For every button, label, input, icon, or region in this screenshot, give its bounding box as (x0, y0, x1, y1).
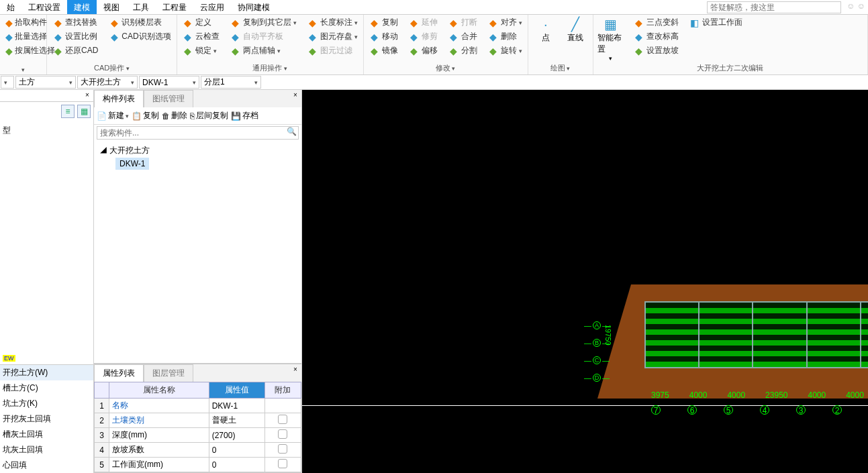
list-view-button[interactable]: ≡ (61, 105, 75, 118)
prop-value-cell[interactable]: 0 (209, 458, 264, 472)
ribbon-button[interactable]: ◆打断 (447, 16, 479, 29)
ribbon-button[interactable]: ◆修剪 (407, 30, 439, 43)
type-list-item[interactable]: 槽灰土回填 (0, 427, 93, 442)
filter-dropdown[interactable]: 分层1 (201, 76, 261, 89)
prop-link[interactable]: 土壤类别 (112, 415, 144, 425)
table-row[interactable]: 1名称DKW-1 (95, 399, 301, 413)
prop-value-cell[interactable]: 普硬土 (209, 413, 264, 428)
toolbar-存档-button[interactable]: 💾存档 (231, 110, 258, 121)
filter-dropdown[interactable]: 大开挖土方 (77, 76, 138, 89)
table-row[interactable]: 3深度(mm)(2700) (95, 428, 301, 443)
ribbon-button[interactable]: ◆对齐 (487, 16, 524, 29)
prop-value-cell[interactable]: DKW-1 (209, 399, 264, 413)
ribbon-button[interactable]: ◆自动平齐板 (229, 30, 298, 43)
menu-tab[interactable]: 云应用 (193, 0, 231, 14)
general-group-label[interactable]: 通用操作 (181, 62, 359, 73)
filter-dropdown[interactable]: 土方 (15, 76, 76, 89)
ribbon-button[interactable]: ◆查找替换 (51, 16, 99, 29)
ribbon-button[interactable]: ◆按属性选择 (4, 44, 42, 57)
menu-tab[interactable]: 工程量 (156, 0, 193, 14)
ribbon-button[interactable]: ◆延伸 (407, 16, 439, 29)
ribbon-button[interactable]: ◆合并 (447, 30, 479, 43)
tab-component-list[interactable]: 构件列表 (94, 90, 144, 107)
menu-tab[interactable]: 建模 (67, 0, 97, 14)
type-list-item[interactable]: 开挖土方(W) (0, 365, 93, 380)
type-list-item[interactable]: 心回填 (0, 458, 93, 473)
menu-tab[interactable]: 工程设置 (21, 0, 67, 14)
component-search-input[interactable] (97, 127, 285, 139)
ribbon-button[interactable]: ◆识别楼层表 (107, 16, 172, 29)
ribbon-button[interactable]: ◆定义 (181, 16, 221, 29)
table-row[interactable]: 2土壤类别普硬土 (95, 413, 301, 428)
ribbon-button[interactable]: ◆锁定 (181, 44, 221, 57)
ribbon-button[interactable]: ◆图元过滤 (306, 44, 359, 57)
ribbon-button[interactable]: ◆设置比例 (51, 30, 99, 43)
tab-drawing-mgmt[interactable]: 图纸管理 (144, 90, 193, 107)
type-list-item[interactable]: 坑灰土回填 (0, 442, 93, 458)
filter-dropdown[interactable] (1, 76, 14, 89)
ribbon-button[interactable]: ◆镜像 (368, 44, 399, 57)
checkbox[interactable] (278, 415, 287, 424)
ribbon-button[interactable]: ◆复制到其它层 (229, 16, 298, 29)
close-icon[interactable]: × (291, 91, 300, 101)
ribbon-button[interactable]: ◆移动 (368, 30, 399, 43)
model-canvas[interactable]: ✕ 39754000400023950400040003975 19750 19… (302, 90, 868, 473)
ribbon-button[interactable]: ◆查改标高 (632, 30, 680, 43)
toolbar-复制-button[interactable]: 📋复制 (132, 110, 159, 121)
smart-layout-button[interactable]: ▦ 智能布置 ▾ (597, 16, 624, 62)
menu-tab[interactable]: 始 (0, 0, 21, 14)
user-icons[interactable]: ☺ ☺ (847, 1, 865, 11)
menu-tab[interactable]: 协同建模 (231, 0, 277, 14)
ribbon-button[interactable]: ◆偏移 (407, 44, 439, 57)
prop-value-cell[interactable]: 0 (209, 443, 264, 458)
cad-group-label[interactable]: CAD操作 (51, 62, 173, 73)
checkbox[interactable] (278, 459, 287, 468)
toolbar-删除-button[interactable]: 🗑删除 (162, 110, 187, 121)
global-search-input[interactable] (707, 1, 841, 13)
draw-点-button[interactable]: ·点 (532, 16, 559, 44)
checkbox[interactable] (278, 429, 287, 439)
ribbon-button[interactable]: ◆批量选择 (4, 30, 42, 43)
toolbar-层间复制-button[interactable]: ⎘层间复制 (190, 110, 228, 121)
ribbon-button[interactable]: ◆拾取构件 (4, 16, 42, 29)
ribbon-button[interactable]: ◆旋转 (487, 44, 524, 57)
ribbon-button[interactable]: ◆设置放坡 (632, 44, 680, 57)
draw-直线-button[interactable]: ╱直线 (562, 16, 589, 44)
set-workface-button[interactable]: ◧ 设置工作面 (688, 16, 744, 29)
toolbar-新建-button[interactable]: 📄新建 (97, 110, 129, 121)
tab-layer-mgmt[interactable]: 图层管理 (144, 364, 193, 382)
group-label[interactable] (4, 64, 42, 73)
menu-tab[interactable]: 视图 (97, 0, 126, 14)
tab-property-list[interactable]: 属性列表 (94, 364, 144, 382)
ribbon-button[interactable]: ◆CAD识别选项 (107, 30, 172, 43)
checkbox[interactable] (278, 444, 287, 454)
grid-view-button[interactable]: ▦ (77, 105, 91, 118)
search-icon[interactable]: 🔍 (285, 127, 298, 139)
filter-dropdown[interactable]: DKW-1 (139, 76, 199, 89)
modify-group-label[interactable]: 修改 (368, 62, 524, 73)
ribbon-button[interactable]: ◆分割 (447, 44, 479, 57)
draw-group-label[interactable]: 绘图 (532, 62, 589, 73)
tree-root[interactable]: ◢ 大开挖土方 (99, 144, 296, 158)
tree-item-dkw1[interactable]: DKW-1 (115, 158, 149, 170)
table-row[interactable]: 5工作面宽(mm)0 (95, 458, 301, 472)
ribbon-button[interactable]: ◆删除 (487, 30, 524, 43)
ribbon-icon: ◆ (409, 17, 420, 28)
close-icon[interactable]: × (83, 91, 92, 101)
ribbon-icon: ◆ (307, 17, 318, 28)
type-list-item[interactable]: 开挖灰土回填 (0, 411, 93, 427)
ribbon-button[interactable]: ◆复制 (368, 16, 399, 29)
ribbon-button[interactable]: ◆两点辅轴 (229, 44, 298, 57)
ribbon-button[interactable]: ◆长度标注 (306, 16, 359, 29)
ribbon-button[interactable]: ◆三点变斜 (632, 16, 680, 29)
prop-value-cell[interactable]: (2700) (209, 428, 264, 443)
table-row[interactable]: 4放坡系数0 (95, 443, 301, 458)
type-list-item[interactable]: 槽土方(C) (0, 380, 93, 396)
menu-tab[interactable]: 工具 (126, 0, 156, 14)
prop-link[interactable]: 名称 (112, 401, 128, 410)
ribbon-button[interactable]: ◆还原CAD (51, 44, 99, 57)
close-icon[interactable]: × (291, 366, 300, 375)
type-list-item[interactable]: 坑土方(K) (0, 396, 93, 411)
ribbon-button[interactable]: ◆云检查 (181, 30, 221, 43)
ribbon-button[interactable]: ◆图元存盘 (306, 30, 359, 43)
